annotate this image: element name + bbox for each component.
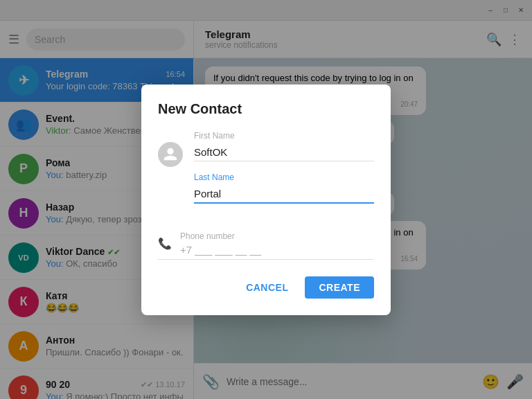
cancel-button[interactable]: CANCEL [235, 276, 299, 299]
phone-input[interactable] [180, 244, 312, 256]
dialog-actions: CANCEL CREATE [158, 276, 374, 299]
first-name-input[interactable] [194, 143, 374, 161]
dialog-field-row: First Name Last Name [158, 131, 374, 215]
phone-row: 📞 Phone number [158, 229, 374, 260]
modal-overlay: New Contact First Name Last Name 📞 Phone… [0, 0, 532, 399]
last-name-field: Last Name [194, 172, 374, 204]
first-name-field: First Name [194, 131, 374, 161]
last-name-label: Last Name [194, 172, 374, 182]
phone-icon: 📞 [158, 237, 172, 250]
phone-field-group: Phone number [180, 231, 374, 256]
contact-avatar-placeholder [158, 142, 183, 167]
create-button[interactable]: CREATE [305, 276, 374, 299]
dialog-title: New Contact [158, 101, 374, 117]
last-name-input[interactable] [194, 185, 374, 204]
new-contact-dialog: New Contact First Name Last Name 📞 Phone… [141, 85, 391, 315]
phone-label: Phone number [180, 231, 374, 241]
first-name-label: First Name [194, 131, 374, 141]
fields-group: First Name Last Name [194, 131, 374, 215]
